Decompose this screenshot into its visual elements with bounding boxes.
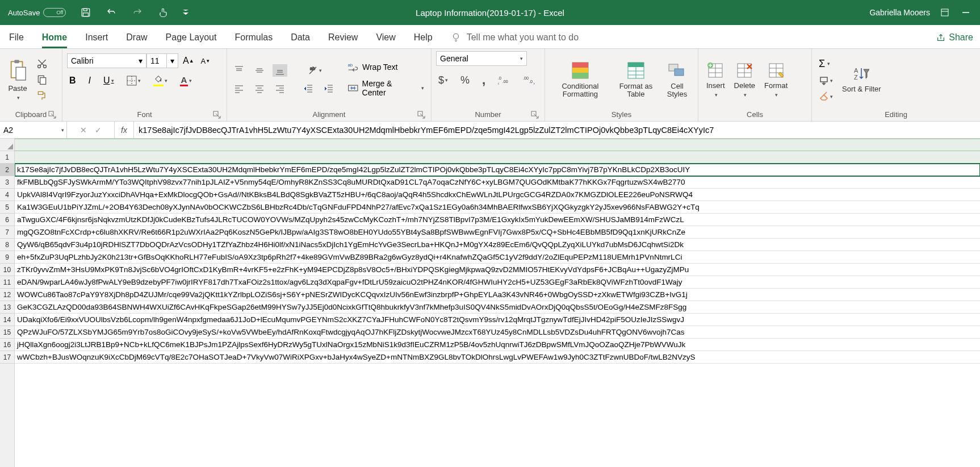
font-color-button[interactable]: A▾ — [178, 74, 195, 87]
cell-row[interactable]: eh+5fxZuP3UqPLzhbJy2K0h213tr+GfBsOqKKhoR… — [15, 251, 980, 264]
cell-row[interactable]: fkFMBLbQgSFJySWkArmM/YTo3WQItphV98zvx77n… — [15, 176, 980, 189]
accounting-format-icon[interactable]: $▾ — [436, 73, 450, 87]
dialog-launcher-icon[interactable] — [213, 111, 221, 119]
row-header[interactable]: 8 — [0, 239, 14, 251]
redo-icon[interactable] — [129, 6, 145, 19]
cell-row[interactable]: k17Se8ajIc7jfJvDB8ecQJTrA1vhH5LzWtu7Y4yX… — [15, 164, 980, 176]
dialog-launcher-icon[interactable] — [48, 111, 56, 119]
fx-button[interactable]: fx — [115, 122, 134, 138]
font-size-input[interactable] — [146, 53, 167, 68]
cancel-formula-icon[interactable]: ✕ — [80, 126, 87, 135]
chevron-down-icon[interactable]: ▾ — [61, 127, 64, 133]
cell-row[interactable]: UpkVAl8I4VqrI9FzyorJuzYxxciDhAVHqa+ExMkD… — [15, 189, 980, 201]
ribbon-options-icon[interactable] — [938, 7, 952, 18]
row-header[interactable]: 10 — [0, 264, 14, 276]
decrease-indent-icon[interactable] — [301, 82, 316, 95]
undo-icon[interactable] — [103, 6, 119, 19]
row-header[interactable]: 2 — [0, 164, 14, 176]
font-name-dropdown[interactable]: ▾ — [135, 53, 146, 68]
decrease-font-icon[interactable]: A▼ — [199, 56, 213, 66]
align-left-icon[interactable] — [232, 82, 246, 95]
tab-formulas[interactable]: Formulas — [234, 32, 273, 48]
align-bottom-icon[interactable] — [273, 64, 287, 77]
fill-color-button[interactable]: ▾ — [151, 74, 170, 87]
borders-button[interactable]: ▾ — [124, 74, 143, 87]
font-name-input[interactable] — [67, 53, 135, 68]
select-all-button[interactable] — [0, 139, 14, 151]
minimize-icon[interactable] — [960, 7, 972, 18]
save-icon[interactable] — [78, 6, 93, 19]
tab-review[interactable]: Review — [328, 32, 358, 48]
cells-area[interactable]: k17Se8ajIc7jfJvDB8ecQJTrA1vhH5LzWtu7Y4yX… — [15, 139, 980, 467]
align-right-icon[interactable] — [273, 82, 287, 95]
tab-help[interactable]: Help — [414, 32, 433, 48]
wrap-text-button[interactable]: ab Wrap Text — [345, 61, 426, 73]
cell-row[interactable]: jHQllaXgn6oogj2i3LtJRB1Bp9+NCb+kLfQC6meK… — [15, 339, 980, 351]
insert-cells-button[interactable]: Insert▾ — [703, 61, 728, 99]
format-as-table-button[interactable]: Format as Table — [613, 60, 659, 100]
row-header[interactable]: 16 — [0, 339, 14, 351]
tab-view[interactable]: View — [376, 32, 395, 48]
fill-icon[interactable]: ▾ — [816, 74, 835, 87]
cut-icon[interactable] — [34, 57, 50, 70]
row-header[interactable]: 7 — [0, 226, 14, 239]
merge-center-button[interactable]: Merge & Center ▾ — [345, 78, 426, 98]
user-name[interactable]: Gabriella Mooers — [869, 8, 930, 17]
tab-page-layout[interactable]: Page Layout — [166, 32, 217, 48]
paste-button[interactable]: Paste ▾ — [5, 58, 31, 102]
cell-row[interactable]: QPzWJuFO/57ZLXSbYMJG65m9Yrb7os8oGiCOvy9j… — [15, 326, 980, 339]
autosave-toggle[interactable]: AutoSave Off — [8, 8, 66, 17]
align-center-icon[interactable] — [252, 82, 267, 95]
row-header[interactable]: 13 — [0, 301, 14, 314]
font-size-dropdown[interactable]: ▾ — [167, 53, 178, 68]
row-header[interactable]: 1 — [0, 151, 14, 164]
row-header[interactable]: 3 — [0, 176, 14, 189]
row-header[interactable]: 17 — [0, 351, 14, 364]
number-format-dropdown[interactable]: General▾ — [436, 51, 527, 66]
cell-row[interactable]: wWCbzh+BJusWOqnzuK9iXcCbDjM69cVTq/8E2c7O… — [15, 351, 980, 364]
comma-format-icon[interactable]: , — [480, 72, 488, 89]
align-top-icon[interactable] — [232, 64, 246, 77]
row-header[interactable]: 5 — [0, 201, 14, 214]
cell-styles-button[interactable]: Cell Styles — [661, 60, 693, 100]
align-middle-icon[interactable] — [252, 64, 267, 77]
tab-insert[interactable]: Insert — [85, 32, 108, 48]
row-header[interactable]: 15 — [0, 326, 14, 339]
cell-row[interactable]: mgQGZO8tnFcXCrdp+c6lu8hXKRV/Re6t66R1p2uW… — [15, 226, 980, 239]
cell-row[interactable]: WOWCu86Tao87cPaY9Y8XjDh8pD4ZUJMr/cqe99Va… — [15, 289, 980, 301]
increase-decimal-icon[interactable]: .0.00 — [496, 74, 513, 86]
cell-row[interactable]: GeK3CGZLAzQD00da93B64SBNWH4WXUiZf6CAvHKq… — [15, 301, 980, 314]
delete-cells-button[interactable]: Delete▾ — [731, 61, 759, 99]
enter-formula-icon[interactable]: ✓ — [95, 126, 102, 135]
format-painter-icon[interactable] — [34, 89, 50, 102]
conditional-formatting-button[interactable]: Conditional Formatting — [550, 60, 611, 100]
cell-row[interactable]: QyW6/qB65qdvF3u4p10jRDHlSZT7DbOQDrAzVcsO… — [15, 239, 980, 251]
tab-draw[interactable]: Draw — [126, 32, 147, 48]
name-box[interactable]: A2 ▾ — [0, 122, 67, 138]
row-header[interactable]: 12 — [0, 289, 14, 301]
increase-indent-icon[interactable] — [321, 82, 336, 95]
share-button[interactable]: Share — [936, 32, 973, 48]
formula-bar[interactable]: k17Se8ajIc7jfJvDB8ecQJTrA1vhH5LzWtu7Y4yX… — [134, 122, 980, 138]
tab-data[interactable]: Data — [291, 32, 310, 48]
orientation-icon[interactable]: ab▾ — [305, 64, 324, 77]
tab-file[interactable]: File — [9, 32, 24, 48]
dialog-launcher-icon[interactable] — [531, 111, 539, 119]
row-header[interactable]: 14 — [0, 314, 14, 326]
qat-customize-icon[interactable] — [181, 9, 191, 16]
cell-row[interactable]: zTKr0yvvZmM+3HsU9MxPK9Tn8JvjSc6bVO4grIOf… — [15, 264, 980, 276]
underline-button[interactable]: U▾ — [101, 74, 116, 87]
dialog-launcher-icon[interactable] — [417, 111, 425, 119]
autosum-icon[interactable]: Σ▾ — [816, 57, 835, 71]
cell-row[interactable]: UDakqiXfo6/Ei9xxVUOUlbsVzb6Lcopm/lh9genW… — [15, 314, 980, 326]
row-header[interactable]: 6 — [0, 214, 14, 226]
bold-button[interactable]: B — [67, 74, 78, 87]
cell-row[interactable] — [15, 151, 980, 164]
row-header[interactable]: 4 — [0, 189, 14, 201]
row-header[interactable]: 9 — [0, 251, 14, 264]
copy-icon[interactable] — [34, 73, 50, 86]
sort-filter-button[interactable]: AZ Sort & Filter — [839, 65, 885, 94]
column-headers[interactable] — [15, 139, 980, 151]
italic-button[interactable]: I — [86, 74, 93, 87]
tell-me-search[interactable]: Tell me what you want to do — [451, 32, 579, 48]
